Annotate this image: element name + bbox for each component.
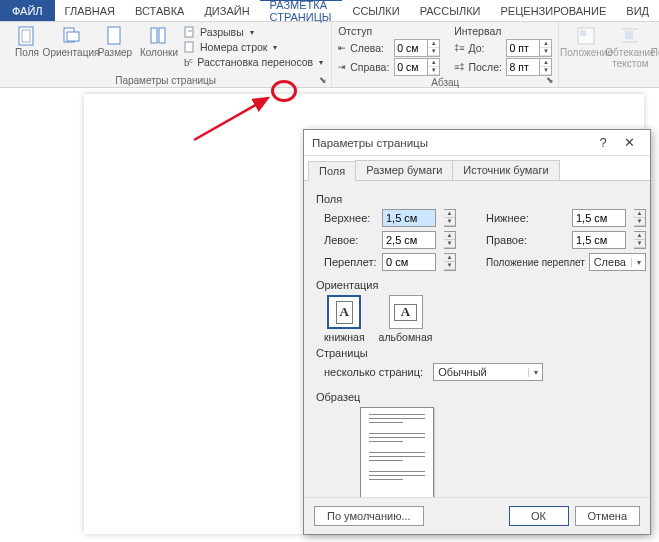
columns-icon (149, 26, 169, 46)
indent-right-label: Справа: (350, 61, 390, 73)
default-button[interactable]: По умолчанию... (314, 506, 424, 526)
paragraph-launcher[interactable]: ⬊ (544, 74, 556, 86)
tab-mailings[interactable]: РАССЫЛКИ (410, 0, 491, 21)
breaks-icon (184, 26, 196, 38)
orientation-icon (61, 26, 81, 46)
spacing-title: Интервал (454, 25, 552, 37)
dialog-tab-paper[interactable]: Размер бумаги (355, 160, 453, 180)
group-label-arrange: Уп (565, 74, 659, 87)
gutter-position-label: Положение переплета: (486, 257, 585, 268)
tab-home[interactable]: ГЛАВНАЯ (55, 0, 125, 21)
section-orientation-label: Ориентация (316, 279, 638, 291)
bottom-margin-stepper[interactable]: ▲▼ (634, 209, 646, 227)
dialog-close-button[interactable]: ✕ (616, 135, 642, 150)
size-icon (105, 26, 125, 46)
section-pages-label: Страницы (316, 347, 638, 359)
dropdown-caret-icon: ▾ (319, 58, 323, 67)
section-margins-label: Поля (316, 193, 638, 205)
page-setup-dialog: Параметры страницы ? ✕ Поля Размер бумаг… (303, 129, 651, 535)
page-setup-launcher[interactable]: ⬊ (317, 74, 329, 86)
indent-title: Отступ (338, 25, 440, 37)
dialog-tab-margins[interactable]: Поля (308, 161, 356, 181)
ribbon-tabs: ФАЙЛ ГЛАВНАЯ ВСТАВКА ДИЗАЙН РАЗМЕТКА СТР… (0, 0, 659, 22)
dialog-help-button[interactable]: ? (590, 135, 616, 150)
wrap-text-button[interactable]: Обтекание текстом (609, 24, 651, 74)
gutter-position-combo[interactable]: Слева▾ (589, 253, 646, 271)
annotation-circle (271, 80, 297, 102)
spacing-before-label: До: (468, 42, 502, 54)
svg-rect-7 (185, 27, 193, 37)
gutter-stepper[interactable]: ▲▼ (444, 253, 456, 271)
indent-right-icon: ⇥ (338, 62, 346, 72)
multiple-pages-label: несколько страниц: (324, 366, 423, 378)
indent-left-icon: ⇤ (338, 43, 346, 53)
svg-line-14 (194, 98, 268, 140)
annotation-arrow (190, 96, 280, 146)
line-numbers-button[interactable]: Номера строк▾ (182, 40, 325, 54)
indent-right-input[interactable]: ▲▼ (394, 58, 440, 76)
svg-rect-10 (580, 30, 586, 36)
dialog-title: Параметры страницы (312, 137, 590, 149)
top-margin-input[interactable] (382, 209, 436, 227)
svg-rect-4 (108, 27, 120, 44)
bottom-margin-label: Нижнее: (486, 212, 572, 224)
bottom-margin-input[interactable] (572, 209, 626, 227)
right-margin-label: Правое: (486, 234, 572, 246)
svg-rect-6 (159, 28, 165, 43)
position-button[interactable]: Положение (565, 24, 607, 74)
indent-left-input[interactable]: ▲▼ (394, 39, 440, 57)
svg-rect-11 (625, 31, 633, 39)
dropdown-caret-icon: ▾ (273, 43, 277, 52)
orientation-landscape[interactable]: A альбомная (379, 295, 433, 343)
group-label-paragraph: Абзац (338, 76, 552, 89)
svg-rect-3 (67, 32, 79, 41)
right-margin-stepper[interactable]: ▲▼ (634, 231, 646, 249)
line-numbers-icon (184, 41, 196, 53)
tab-page-layout[interactable]: РАЗМЕТКА СТРАНИЦЫ (260, 0, 343, 21)
left-margin-label: Левое: (324, 234, 382, 246)
tab-review[interactable]: РЕЦЕНЗИРОВАНИЕ (491, 0, 617, 21)
hyphenation-button[interactable]: bᶜ Расстановка переносов▾ (182, 55, 325, 69)
tab-references[interactable]: ССЫЛКИ (342, 0, 409, 21)
top-margin-label: Верхнее: (324, 212, 382, 224)
spacing-after-label: После: (468, 61, 502, 73)
bring-forward-button[interactable]: Переместить вперед (653, 24, 659, 74)
wrap-icon (620, 26, 640, 46)
gutter-label: Переплет: (324, 256, 382, 268)
top-margin-stepper[interactable]: ▲▼ (444, 209, 456, 227)
margins-icon (17, 26, 37, 46)
columns-button[interactable]: Колонки (138, 24, 180, 74)
svg-rect-8 (185, 42, 193, 52)
breaks-button[interactable]: Разрывы▾ (182, 25, 325, 39)
indent-left-label: Слева: (350, 42, 390, 54)
orientation-portrait[interactable]: A книжная (324, 295, 365, 343)
svg-rect-5 (151, 28, 157, 43)
dialog-tab-source[interactable]: Источник бумаги (452, 160, 559, 180)
size-button[interactable]: Размер (94, 24, 136, 74)
tab-file[interactable]: ФАЙЛ (0, 0, 55, 21)
section-preview-label: Образец (316, 391, 638, 403)
tab-view[interactable]: ВИД (616, 0, 659, 21)
tab-design[interactable]: ДИЗАЙН (194, 0, 259, 21)
cancel-button[interactable]: Отмена (575, 506, 640, 526)
spacing-before-input[interactable]: ▲▼ (506, 39, 552, 57)
left-margin-stepper[interactable]: ▲▼ (444, 231, 456, 249)
spacing-before-icon: ‡≡ (454, 43, 464, 53)
left-margin-input[interactable] (382, 231, 436, 249)
preview-thumbnail (360, 407, 434, 497)
multiple-pages-combo[interactable]: Обычный▾ (433, 363, 543, 381)
spacing-after-icon: ≡‡ (454, 62, 464, 72)
ribbon: Поля Ориентация Размер Колонки Разрывы▾ (0, 22, 659, 88)
gutter-input[interactable] (382, 253, 436, 271)
orientation-button[interactable]: Ориентация (50, 24, 92, 74)
ok-button[interactable]: ОК (509, 506, 569, 526)
right-margin-input[interactable] (572, 231, 626, 249)
dropdown-caret-icon: ▾ (250, 28, 254, 37)
position-icon (576, 26, 596, 46)
hyphenation-icon: bᶜ (184, 56, 193, 68)
tab-insert[interactable]: ВСТАВКА (125, 0, 194, 21)
